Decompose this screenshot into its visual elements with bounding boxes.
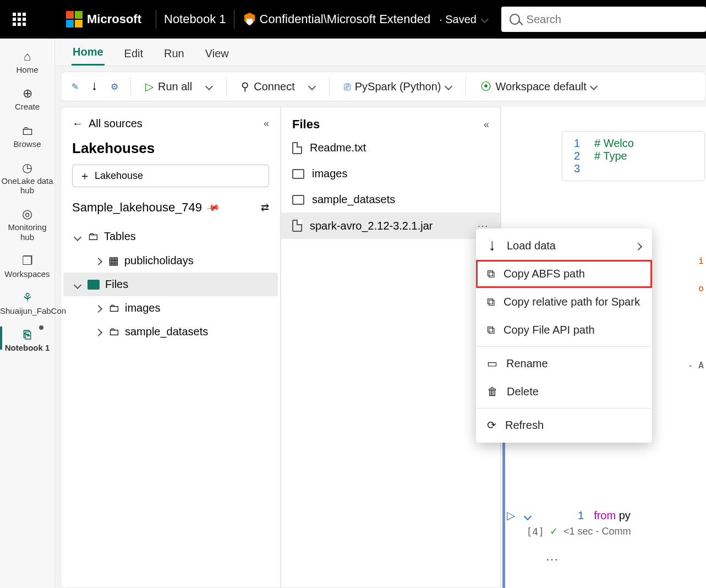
chevron-down-icon: [308, 83, 316, 90]
ctx-load-data[interactable]: ⭣ Load data: [476, 232, 652, 260]
stack-icon: ❐: [0, 253, 54, 269]
code-cell-1[interactable]: 1# Welco 2# Type 3: [562, 131, 705, 181]
plus-icon: ＋: [79, 168, 90, 183]
overflow-text: o: [698, 283, 704, 293]
microsoft-logo-icon: [66, 11, 83, 28]
download-icon[interactable]: ⭣: [89, 80, 101, 92]
separator: [476, 346, 652, 347]
separator: [130, 77, 131, 96]
language-label: PySpark (Python): [355, 80, 441, 93]
tab-edit[interactable]: Edit: [123, 42, 144, 66]
overflow-text: i: [698, 255, 704, 266]
tree-label: images: [125, 302, 160, 314]
tree-label: publicholidays: [124, 254, 194, 267]
sensitivity-text: Confidential\Microsoft Extended: [260, 12, 431, 26]
tree-table-publicholidays[interactable]: ▦ publicholidays: [63, 248, 278, 273]
rail-workspaces[interactable]: ❐ Workspaces: [0, 248, 54, 284]
tree-label: Files: [105, 278, 128, 291]
trash-icon: 🗑: [487, 385, 498, 398]
files-panel: Files « Readme.txt images sample_dataset…: [281, 107, 501, 588]
ctx-refresh[interactable]: ⟳ Refresh: [476, 411, 652, 439]
ctx-label: Copy relative path for Spark: [503, 296, 640, 308]
brand: Microsoft: [39, 11, 148, 28]
back-arrow-icon[interactable]: ←: [72, 117, 83, 130]
collapse-panel-icon[interactable]: «: [484, 119, 489, 130]
code-cell-2[interactable]: ▷ 1 from py [4] ✓ <1 sec - Comm …: [507, 509, 706, 564]
people-icon: ⚘: [0, 290, 54, 306]
context-menu: ⭣ Load data ⧉ Copy ABFS path ⧉ Copy rela…: [476, 228, 652, 443]
file-icon: [292, 142, 302, 154]
ctx-rename[interactable]: ▭ Rename: [476, 349, 652, 378]
tree-tables[interactable]: 🗀 Tables: [63, 225, 278, 248]
chevron-right-icon: [636, 239, 641, 252]
separator: [329, 77, 330, 96]
tab-run[interactable]: Run: [163, 42, 185, 66]
file-name: spark-avro_2.12-3.2.1.jar: [310, 220, 433, 232]
overflow-text: - A: [688, 360, 704, 371]
chevron-down-icon[interactable]: [525, 509, 530, 522]
collapse-panel-icon[interactable]: «: [264, 118, 269, 129]
table-icon: ▦: [108, 254, 119, 267]
search-input[interactable]: [527, 13, 698, 26]
tree-files[interactable]: Files: [63, 273, 278, 296]
more-options-icon[interactable]: …: [545, 548, 706, 564]
ctx-copy-file-api-path[interactable]: ⧉ Copy File API path: [476, 316, 652, 344]
rail-workspace-user[interactable]: ⚘ Shuaijun_FabCon: [0, 285, 54, 321]
notebook-title[interactable]: Notebook 1: [164, 12, 226, 26]
run-all-button[interactable]: ▷ Run all: [141, 77, 216, 96]
environment-picker[interactable]: ⦿ Workspace default: [476, 77, 601, 96]
separator: [466, 77, 466, 96]
tree-folder-images[interactable]: 🗀 images: [63, 296, 278, 320]
app-launcher-icon[interactable]: [0, 13, 39, 26]
sources-back-label[interactable]: All sources: [89, 117, 143, 130]
file-readme[interactable]: Readme.txt: [281, 135, 500, 161]
run-cell-icon[interactable]: ▷: [507, 509, 515, 522]
ctx-copy-abfs-path[interactable]: ⧉ Copy ABFS path: [476, 260, 652, 288]
notebook-icon: ⎘: [0, 326, 54, 343]
ctx-label: Refresh: [505, 419, 544, 432]
shield-icon: [244, 13, 255, 26]
play-icon: ▷: [145, 80, 154, 93]
search-box[interactable]: [501, 7, 706, 32]
rail-notebook[interactable]: ⎘ Notebook 1: [0, 322, 54, 358]
folder-images[interactable]: images: [281, 161, 500, 187]
tree-label: sample_datasets: [125, 325, 208, 338]
line-num: 3: [571, 162, 580, 175]
code-text: # Welco: [594, 137, 634, 150]
save-status[interactable]: · Saved: [439, 13, 488, 26]
line-num: 1: [578, 509, 584, 522]
sensitivity-label[interactable]: Confidential\Microsoft Extended: [244, 12, 431, 26]
swap-icon[interactable]: ⇄: [261, 202, 269, 214]
copy-icon: ⧉: [487, 296, 495, 308]
tab-home[interactable]: Home: [72, 40, 105, 66]
pin-icon[interactable]: 📌: [205, 200, 220, 215]
rail-home[interactable]: ⌂ Home: [0, 44, 54, 80]
folder-outline-icon: 🗀: [87, 230, 98, 243]
tree-folder-sample-datasets[interactable]: 🗀 sample_datasets: [63, 320, 278, 344]
exec-count: [4]: [507, 526, 544, 537]
code-text: # Type: [594, 150, 627, 162]
line-num: 1: [571, 137, 580, 150]
ribbon-tabs: Home Edit Run View: [55, 39, 706, 66]
folder-sample-datasets[interactable]: sample_datasets: [281, 187, 500, 213]
top-bar: Microsoft Notebook 1 Confidential\Micros…: [0, 0, 706, 39]
ctx-delete[interactable]: 🗑 Delete: [476, 378, 652, 406]
tab-view[interactable]: View: [204, 42, 230, 66]
rail-create[interactable]: ⊕ Create: [0, 81, 54, 117]
ctx-copy-relative-path[interactable]: ⧉ Copy relative path for Spark: [476, 288, 652, 316]
lakehouse-header[interactable]: Sample_lakehouse_749 📌 ⇄: [61, 197, 280, 225]
ctx-label: Delete: [507, 385, 539, 398]
divider: [156, 10, 156, 29]
rail-browse[interactable]: 🗀 Browse: [0, 118, 54, 154]
connect-button[interactable]: ⚲ Connect: [237, 77, 319, 96]
run-all-label: Run all: [158, 80, 192, 93]
rail-monitoring[interactable]: ◎ Monitoring hub: [0, 202, 54, 247]
language-picker[interactable]: ⎚ PySpark (Python): [340, 77, 456, 96]
rail-onelake[interactable]: ◷ OneLake data hub: [0, 155, 54, 201]
file-spark-avro-jar[interactable]: spark-avro_2.12-3.2.1.jar ⋯: [281, 213, 500, 239]
gear-icon[interactable]: ⚙: [108, 80, 121, 92]
chevron-down-icon: [444, 83, 452, 90]
add-lakehouse-label: Lakehouse: [95, 170, 143, 182]
edit-note-icon[interactable]: ✎: [69, 80, 81, 92]
add-lakehouse-button[interactable]: ＋ Lakehouse: [72, 165, 269, 187]
